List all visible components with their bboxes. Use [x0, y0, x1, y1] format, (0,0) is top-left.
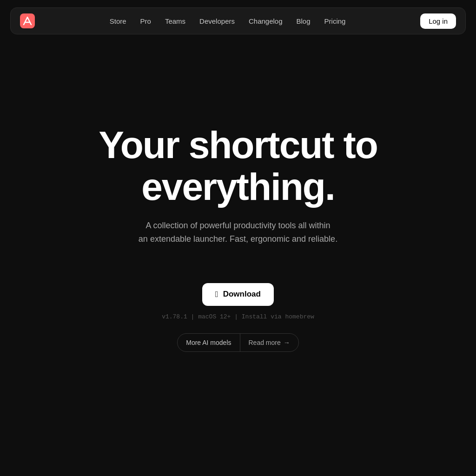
nav-teams[interactable]: Teams	[159, 14, 191, 28]
download-label: Download	[223, 290, 261, 299]
os-requirement: macOS 12+	[198, 313, 231, 320]
nav-developers[interactable]: Developers	[194, 14, 240, 28]
ai-banner-left-text: More AI models	[178, 334, 239, 351]
nav-links: Store Pro Teams Developers Changelog Blo…	[104, 14, 351, 28]
nav-changelog[interactable]: Changelog	[243, 14, 288, 28]
hero-subtitle: A collection of powerful productivity to…	[139, 219, 337, 246]
nav-blog[interactable]: Blog	[291, 14, 316, 28]
nav-store[interactable]: Store	[104, 14, 132, 28]
nav-pricing[interactable]: Pricing	[319, 14, 351, 28]
logo-icon	[20, 13, 35, 28]
svg-rect-0	[20, 13, 35, 28]
apple-icon: 	[215, 290, 218, 299]
login-button[interactable]: Log in	[420, 13, 456, 29]
arrow-icon: →	[284, 339, 290, 346]
download-button[interactable]:  Download	[202, 283, 274, 306]
navbar: Store Pro Teams Developers Changelog Blo…	[10, 7, 466, 34]
nav-pro[interactable]: Pro	[135, 14, 157, 28]
read-more-label: Read more	[249, 339, 281, 346]
version-number: v1.78.1	[162, 313, 187, 320]
ai-banner: More AI models Read more →	[177, 333, 299, 352]
logo[interactable]	[20, 13, 35, 28]
separator1: |	[191, 313, 198, 320]
hero-section: Your shortcut to everything. A collectio…	[0, 0, 476, 476]
separator2: |	[234, 313, 242, 320]
ai-banner-read-more[interactable]: Read more →	[240, 334, 298, 351]
version-info: v1.78.1 | macOS 12+ | Install via homebr…	[162, 313, 314, 320]
hero-title: Your shortcut to everything.	[99, 124, 377, 208]
install-label: Install via homebrew	[242, 313, 314, 320]
